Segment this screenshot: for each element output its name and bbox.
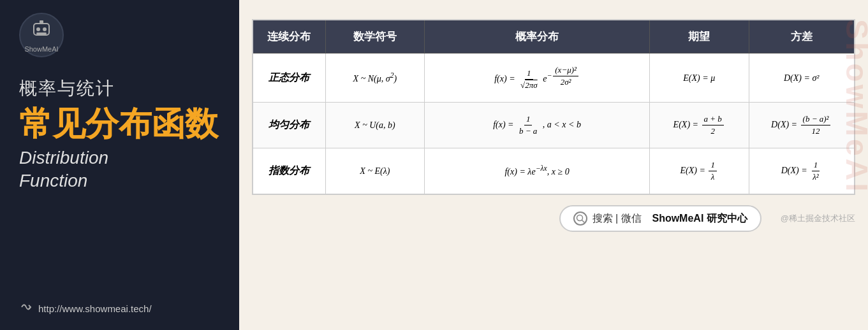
website-icon xyxy=(19,300,33,317)
dist-exp-uniform: E(X) = a + b 2 xyxy=(649,103,749,148)
distribution-table: 连续分布 数学符号 概率分布 期望 方差 正态分布 X ~ N(μ, σ2) f… xyxy=(252,19,855,195)
website-row: http://www.showmeai.tech/ xyxy=(19,300,220,317)
dist-var-uniform: D(X) = (b − a)² 12 xyxy=(749,103,855,148)
content-area: ShowMeAI 连续分布 数学符号 概率分布 期望 方差 正态分布 X ~ N… xyxy=(239,0,868,330)
dist-exp-normal: E(X) = μ xyxy=(649,54,749,103)
svg-rect-5 xyxy=(36,32,47,34)
dist-name-uniform: 均匀分布 xyxy=(253,103,325,148)
table-row: 指数分布 X ~ E(λ) f(x) = λe−λx, x ≥ 0 E(X) =… xyxy=(253,148,855,195)
dist-name-normal: 正态分布 xyxy=(253,54,325,103)
dist-pdf-normal: f(x) = 1 √2πσ e−(x−μ)²2σ² xyxy=(425,54,650,103)
col-header-distribution: 连续分布 xyxy=(253,20,325,54)
col-header-variance: 方差 xyxy=(749,20,855,54)
dist-exp-exponential: E(X) = 1 λ xyxy=(649,148,749,195)
website-url[interactable]: http://www.showmeai.tech/ xyxy=(38,303,152,314)
svg-point-2 xyxy=(43,27,47,31)
logo-circle: ShowMeAI xyxy=(19,13,64,57)
title-cn: 常见分布函数 xyxy=(19,107,220,140)
dist-var-exponential: D(X) = 1 λ² xyxy=(749,148,855,195)
svg-line-7 xyxy=(582,220,584,223)
svg-point-1 xyxy=(36,27,40,31)
search-brand: ShowMeAI 研究中心 xyxy=(652,212,747,226)
dist-var-normal: D(X) = σ² xyxy=(749,54,855,103)
title-en-1: Distribution xyxy=(19,148,220,168)
bottom-bar: 搜索 | 微信 ShowMeAI 研究中心 @稀土掘金技术社区 xyxy=(252,205,855,232)
table-header-row: 连续分布 数学符号 概率分布 期望 方差 xyxy=(253,20,855,54)
logo-icon xyxy=(30,17,53,43)
col-header-pdf: 概率分布 xyxy=(425,20,650,54)
dist-symbol-uniform: X ~ U(a, b) xyxy=(325,103,425,148)
footer-credit: @稀土掘金技术社区 xyxy=(781,213,855,224)
logo-text: ShowMeAI xyxy=(24,45,58,53)
title-en-2: Function xyxy=(19,171,220,191)
table-row: 正态分布 X ~ N(μ, σ2) f(x) = 1 √2πσ e−(x−μ)²… xyxy=(253,54,855,103)
dist-name-exponential: 指数分布 xyxy=(253,148,325,195)
search-icon xyxy=(573,212,587,226)
subtitle-cn: 概率与统计 xyxy=(19,76,220,101)
dist-symbol-normal: X ~ N(μ, σ2) xyxy=(325,54,425,103)
logo-area: ShowMeAI xyxy=(19,13,220,57)
dist-pdf-uniform: f(x) = 1 b − a , a < x < b xyxy=(425,103,650,148)
col-header-expectation: 期望 xyxy=(649,20,749,54)
search-box[interactable]: 搜索 | 微信 ShowMeAI 研究中心 xyxy=(559,205,761,232)
dist-pdf-exponential: f(x) = λe−λx, x ≥ 0 xyxy=(425,148,650,195)
dist-symbol-exponential: X ~ E(λ) xyxy=(325,148,425,195)
col-header-symbol: 数学符号 xyxy=(325,20,425,54)
search-label: 搜索 | 微信 xyxy=(592,212,647,226)
sidebar: ShowMeAI 概率与统计 常见分布函数 Distribution Funct… xyxy=(0,0,239,330)
table-row: 均匀分布 X ~ U(a, b) f(x) = 1 b − a , a < x … xyxy=(253,103,855,148)
